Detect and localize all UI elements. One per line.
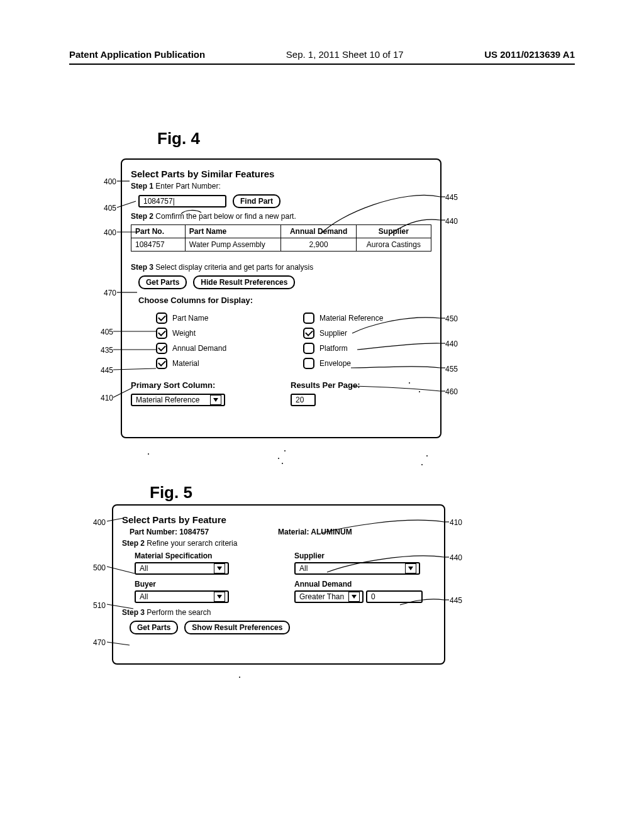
th-part-no: Part No. [131,225,186,238]
step2-label: Step 2 [131,212,153,221]
speckle-dot [421,464,423,465]
part-number-value: 1084757 [179,528,209,536]
th-supplier: Supplier [356,225,431,238]
fig5-step3-label: Step 3 [122,608,145,617]
chk-supplier[interactable] [303,328,314,339]
hide-prefs-button[interactable]: Hide Result Preferences [193,275,295,289]
demand-operator-select[interactable]: Greater Than [294,590,364,603]
fig4-step3: Step 3 Select display criteria and get p… [131,263,431,272]
chk-annual-demand[interactable] [156,343,167,354]
ref-470: 470 [93,638,106,647]
td-part-no: 1084757 [131,238,186,252]
chk-weight[interactable] [156,328,167,339]
fig5-step3-text: Perform the search [147,608,211,617]
td-supplier: Aurora Castings [356,238,431,252]
fig5-title: Select Parts by Feature [122,514,435,525]
chk-material-ref[interactable] [303,313,314,324]
chevron-down-icon [348,592,360,602]
ref-450: 450 [445,314,458,323]
ref-400: 400 [104,228,116,237]
speckle-dot [239,677,240,678]
chk-platform[interactable] [303,343,314,354]
chk-supplier-row: Supplier [303,328,431,339]
header-left: Patent Application Publication [69,49,205,60]
ref-400: 400 [93,518,106,527]
chk-part-name-row: Part Name [156,313,284,324]
fig5-step2-text: Refine your serarch criteria [147,539,237,548]
find-part-button[interactable]: Find Part [233,194,280,208]
speckle-dot [148,453,149,455]
ref-445: 445 [450,596,462,605]
chk-weight-row: Weight [156,328,284,339]
results-per-page-label: Results Per Page: [291,380,431,390]
part-number-input[interactable]: 1084757| [138,195,226,208]
td-part-name: Water Pump Assembly [185,238,281,252]
columns-right: Material Reference Supplier Platform Env… [303,309,431,373]
step1-label: Step 1 [131,182,153,191]
speckle-dot [419,391,420,392]
speckle-dot [409,382,410,384]
fig4-step2: Step 2 Comfirm the part below or find a … [131,212,431,221]
ref-510: 510 [93,601,106,610]
step1-text: Enter Part Number: [155,182,220,191]
fig4-step1: Step 1 Enter Part Number: [131,182,431,191]
part-number-row: Part Number: 1084757 [130,528,209,536]
primary-sort-select[interactable]: Material Reference [131,394,225,406]
chevron-down-icon [214,592,225,602]
ref-405: 405 [101,328,113,336]
ref-470: 470 [104,289,116,297]
page-header: Patent Application Publication Sep. 1, 2… [69,49,575,65]
figure-5-label: Fig. 5 [150,483,192,502]
material-label: Material: [278,528,309,536]
speckle-dot [284,450,286,451]
get-parts-button[interactable]: Get Parts [138,275,187,289]
fig4-title: Select Parts by Similar Features [131,169,431,179]
results-per-page-input[interactable]: 20 [291,394,316,406]
ref-500: 500 [93,563,106,572]
header-center: Sep. 1, 2011 Sheet 10 of 17 [286,49,404,60]
ref-445: 445 [445,193,458,202]
chk-annual-demand-row: Annual Demand [156,343,284,354]
chk-envelope[interactable] [303,358,314,369]
columns-left: Part Name Weight Annual Demand Material [156,309,284,373]
step2-text: Comfirm the part below or find a new par… [155,212,296,221]
matspec-label: Material Specification [135,551,275,560]
chk-material-ref-row: Material Reference [303,313,431,324]
ref-455: 455 [445,365,458,374]
matspec-select[interactable]: All [135,562,229,575]
fig5-show-prefs-button[interactable]: Show Result Preferences [184,621,290,634]
chk-part-name-label: Part Name [172,314,208,323]
chk-platform-label: Platform [319,344,348,353]
primary-sort-value: Material Reference [136,396,199,404]
step3-label: Step 3 [131,263,153,272]
ref-460: 460 [445,387,458,396]
speckle-dot [278,458,279,459]
fig5-step2-label: Step 2 [122,539,145,548]
ref-445: 445 [101,366,113,375]
chk-weight-label: Weight [172,329,196,338]
chk-material[interactable] [156,358,167,369]
material-value: ALUMINUM [311,528,352,536]
td-annual-demand: 2,900 [281,238,356,252]
chevron-down-icon [214,563,225,573]
buyer-value: All [140,592,148,601]
chk-part-name[interactable] [156,313,167,324]
buyer-select[interactable]: All [135,590,229,603]
ref-400: 400 [104,177,116,186]
speckle-dot [426,455,428,456]
material-row: Material: ALUMINUM [278,528,352,536]
step3-text: Select display criteria and get parts fo… [155,263,313,272]
chevron-down-icon [405,563,416,573]
chk-annual-demand-label: Annual Demand [172,344,226,353]
chk-supplier-label: Supplier [319,329,347,338]
ref-410: 410 [450,518,462,527]
ref-440: 440 [450,553,462,562]
demand-value-input[interactable]: 0 [366,590,423,603]
supplier-label: Supplier [294,551,435,560]
fig5-get-parts-button[interactable]: Get Parts [130,621,178,634]
chk-envelope-label: Envelope [319,359,351,368]
ref-435: 435 [101,346,113,355]
header-right: US 2011/0213639 A1 [484,49,575,60]
fig5-step3: Step 3 Perform the search [122,608,435,617]
supplier-select[interactable]: All [294,562,420,575]
